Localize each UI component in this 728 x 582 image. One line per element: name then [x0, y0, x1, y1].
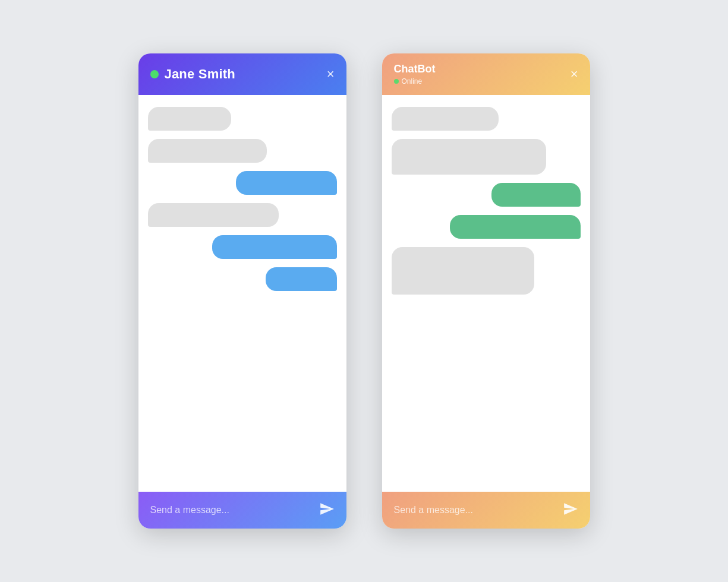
- right-chat-footer: Send a message...: [382, 492, 590, 529]
- online-indicator: [394, 79, 399, 84]
- user-name: Jane Smith: [165, 67, 235, 82]
- message-bubble: [148, 107, 231, 131]
- message-bubble: [392, 247, 534, 295]
- close-button[interactable]: ×: [571, 68, 578, 81]
- send-button[interactable]: [319, 501, 335, 519]
- user-info: Jane Smith: [150, 67, 235, 82]
- message-bubble: [392, 107, 499, 131]
- message-bubble: [266, 267, 337, 291]
- left-chat-messages: [138, 95, 346, 492]
- bot-status: Online: [394, 77, 436, 86]
- right-chat-window: ChatBot Online × Send a message...: [382, 53, 590, 529]
- left-chat-header: Jane Smith ×: [138, 53, 346, 95]
- message-bubble: [236, 171, 337, 195]
- message-bubble: [212, 235, 337, 259]
- message-bubble: [450, 215, 581, 239]
- online-label: Online: [402, 77, 423, 86]
- message-bubble: [392, 139, 546, 175]
- message-input-placeholder[interactable]: Send a message...: [394, 505, 473, 515]
- right-chat-messages: [382, 95, 590, 492]
- left-chat-footer: Send a message...: [138, 492, 346, 529]
- status-indicator: [150, 70, 159, 78]
- bot-name: ChatBot: [394, 63, 436, 75]
- message-bubble: [491, 183, 581, 207]
- left-chat-window: Jane Smith × Send a message...: [138, 53, 346, 529]
- bot-info: ChatBot Online: [394, 63, 436, 86]
- right-chat-header: ChatBot Online ×: [382, 53, 590, 95]
- message-bubble: [148, 203, 279, 227]
- close-button[interactable]: ×: [327, 68, 335, 81]
- send-button[interactable]: [563, 501, 578, 519]
- message-bubble: [148, 139, 267, 163]
- message-input-placeholder[interactable]: Send a message...: [150, 505, 229, 515]
